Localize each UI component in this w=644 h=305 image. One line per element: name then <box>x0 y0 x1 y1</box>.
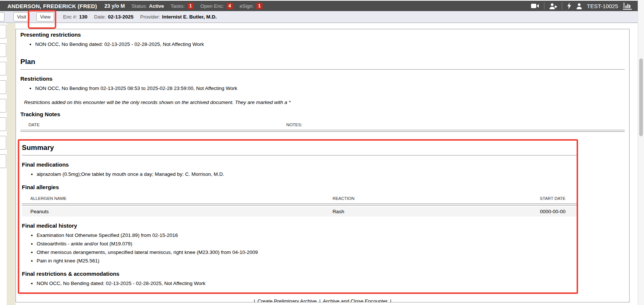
person-icon[interactable] <box>576 3 582 9</box>
summary-highlight-annotation: Summary Final medications alprazolam (0.… <box>18 139 578 294</box>
allergies-header-row: ALLERGEN NAME REACTION START DATE <box>22 196 577 204</box>
final-restrictions-list: NON OCC, No Bending dated: 02-13-2025 - … <box>22 279 577 287</box>
start-date-cell: 0000-00-00 <box>514 209 577 214</box>
status-label: Status: <box>131 3 147 9</box>
final-medical-history-heading: Final medical history <box>22 222 577 229</box>
tab-stub[interactable] <box>0 80 6 94</box>
encounter-document: Presenting restrictions NON OCC, No Bend… <box>16 29 630 302</box>
double-rule <box>20 130 625 132</box>
final-medical-history-list: Examination Not Otherwise Specified (Z01… <box>22 231 577 265</box>
patient-age-sex: 23 y/o M <box>104 3 125 9</box>
tracking-date-column: DATE <box>29 123 40 127</box>
user-id[interactable]: TEST-10025 <box>587 3 618 9</box>
reaction-cell: Rash <box>333 209 514 214</box>
tracking-notes-column: NOTES: <box>286 123 302 127</box>
open-enc-count-badge[interactable]: 4 <box>227 3 233 9</box>
patient-name: ANDERSON, FREDERICK (FRED) <box>7 3 97 9</box>
final-allergies-heading: Final allergies <box>22 184 577 190</box>
vertical-scrollbar[interactable] <box>638 0 644 305</box>
header-actions-group: TEST-10025 <box>531 2 638 10</box>
video-camera-icon[interactable] <box>531 3 539 9</box>
presenting-restrictions-heading: Presenting restrictions <box>20 31 625 38</box>
encounter-info: Enc #: 130 Date: 02-13-2025 Provider: In… <box>63 14 217 20</box>
list-item: NON OCC, No Bending dated: 02-13-2025 - … <box>37 279 577 287</box>
divider <box>562 2 562 10</box>
archive-actions: | Create Preliminary Archive | Archive a… <box>20 298 625 302</box>
esign-label: eSign: <box>240 3 254 9</box>
list-item: Examination Not Otherwise Specified (Z01… <box>37 231 577 239</box>
separator: | <box>319 298 321 302</box>
left-margin-strip <box>7 23 16 305</box>
enc-number-value: 130 <box>79 14 88 20</box>
tab-stub[interactable] <box>0 99 6 113</box>
tab-stub[interactable] <box>0 43 6 57</box>
tab-stub[interactable] <box>0 62 6 76</box>
list-item: alprazolam (0.5mg);One tablet by mouth o… <box>37 170 577 178</box>
allergen-name-cell: Peanuts <box>22 209 333 214</box>
table-row: Peanuts Rash 0000-00-00 <box>22 207 577 217</box>
provider-label: Provider: <box>140 14 160 20</box>
restrictions-heading: Restrictions <box>20 76 625 82</box>
lightning-icon[interactable] <box>567 3 571 9</box>
list-item: Pain in right knee (M25.561) <box>37 257 577 265</box>
tasks-count-badge[interactable]: 1 <box>187 3 194 9</box>
add-person-icon[interactable] <box>549 3 557 9</box>
list-item: Osteoarthritis - ankle and/or foot (M19.… <box>37 240 577 248</box>
provider-value: Internist E. Butler, M.D. <box>162 14 217 20</box>
tab-stub[interactable] <box>0 136 6 150</box>
patient-summary-group: ANDERSON, FREDERICK (FRED) 23 y/o M Stat… <box>0 3 263 9</box>
restrictions-list: NON OCC, No Bending from 02-13-2025 08:5… <box>20 84 625 92</box>
tracking-notes-header-row: DATE NOTES: <box>20 123 625 130</box>
tab-stub[interactable] <box>0 154 6 168</box>
archive-and-close-encounter-link[interactable]: Archive and Close Encounter <box>323 298 388 302</box>
open-enc-label: Open Enc: <box>200 3 224 9</box>
list-item: NON OCC, No Bending from 02-13-2025 08:5… <box>35 84 625 92</box>
presenting-restrictions-list: NON OCC, No Bending dated: 02-13-2025 - … <box>20 40 625 48</box>
divider <box>544 2 544 10</box>
final-restrictions-heading: Final restrictions & accommodations <box>22 271 577 277</box>
reaction-column: REACTION <box>333 196 514 201</box>
esign-count-badge[interactable]: 1 <box>256 3 263 9</box>
tab-stub-button[interactable] <box>0 12 4 21</box>
workspace: Presenting restrictions NON OCC, No Bend… <box>0 23 638 305</box>
double-rule <box>22 204 577 205</box>
enc-number-label: Enc #: <box>63 14 77 20</box>
patient-header-bar: ANDERSON, FREDERICK (FRED) 23 y/o M Stat… <box>0 1 638 11</box>
separator: | <box>390 298 391 302</box>
right-margin-strip <box>630 23 638 305</box>
left-tab-stubs <box>0 23 7 305</box>
final-medications-list: alprazolam (0.5mg);One tablet by mouth o… <box>22 170 577 178</box>
tracking-notes-heading: Tracking Notes <box>20 111 625 117</box>
encounter-toolbar: Visit View Enc #: 130 Date: 02-13-2025 P… <box>0 11 638 23</box>
final-medications-heading: Final medications <box>22 161 577 168</box>
status-value: Active <box>149 3 164 9</box>
separator: | <box>254 298 255 302</box>
plan-heading: Plan <box>20 58 625 70</box>
tab-stub[interactable] <box>0 117 6 131</box>
date-label: Date: <box>94 14 106 20</box>
bar-chart-icon[interactable] <box>623 3 632 10</box>
allergen-name-column: ALLERGEN NAME <box>22 196 333 201</box>
view-button[interactable]: View <box>36 12 54 21</box>
create-preliminary-archive-link[interactable]: Create Preliminary Archive <box>258 298 317 302</box>
summary-heading: Summary <box>22 144 577 155</box>
tab-stub[interactable] <box>0 25 6 38</box>
scrollbar-thumb[interactable] <box>639 58 643 136</box>
list-item: Other meniscus derangements, unspecified… <box>37 248 577 256</box>
list-item: NON OCC, No Bending dated: 02-13-2025 - … <box>35 40 625 48</box>
restrictions-note: Restrictions added on this encounter wil… <box>24 100 625 105</box>
start-date-column: START DATE <box>514 196 577 201</box>
visit-button[interactable]: Visit <box>13 12 30 21</box>
tasks-label: Tasks: <box>171 3 185 9</box>
date-value: 02-13-2025 <box>108 14 133 20</box>
